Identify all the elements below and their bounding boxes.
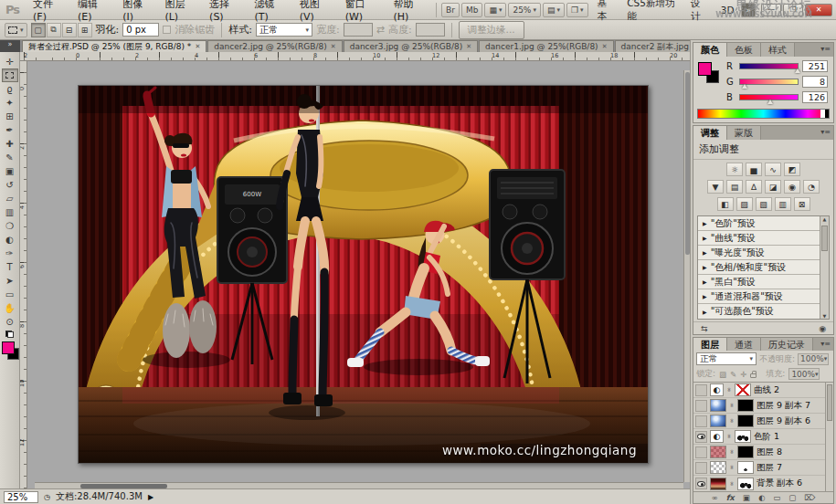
return-to-list-icon[interactable]: ⇆: [701, 324, 708, 333]
panel-menu-icon[interactable]: ▾≡: [820, 128, 831, 136]
channel-mixer-icon[interactable]: ◔: [803, 180, 820, 194]
visibility-toggle[interactable]: [695, 400, 707, 412]
brightness-contrast-icon[interactable]: ☼: [726, 163, 743, 176]
posterize-icon[interactable]: ▨: [736, 197, 753, 211]
workspace-3d[interactable]: 3D: [715, 4, 740, 16]
expand-icon[interactable]: ▶: [703, 309, 707, 315]
close-icon[interactable]: ✕: [466, 43, 471, 50]
default-swatches-icon[interactable]: [5, 331, 14, 338]
add-mask-icon[interactable]: ▣: [743, 493, 750, 502]
lock-transparency-icon[interactable]: ▨: [719, 370, 726, 379]
menu-window[interactable]: 窗口(W): [339, 0, 386, 24]
layer-row-background-copy6[interactable]: ∞ 背景 副本 6: [693, 476, 833, 491]
layer-row-curves2[interactable]: ◐ ∞ 曲线 2: [693, 383, 833, 398]
eyedropper-tool[interactable]: ✒: [2, 123, 18, 137]
link-layers-icon[interactable]: ∞: [712, 493, 718, 502]
close-icon[interactable]: ✕: [331, 43, 336, 50]
visibility-toggle[interactable]: [695, 384, 707, 396]
spot-healing-brush-tool[interactable]: ✚: [2, 137, 18, 151]
layer-row-layer9copy7[interactable]: ∞ 图层 9 副本 7: [693, 398, 833, 414]
curves-icon[interactable]: ∿: [765, 163, 781, 176]
adjustment-layer-icon[interactable]: ◐: [710, 430, 724, 443]
layer-thumbnail[interactable]: [710, 478, 726, 490]
close-icon[interactable]: ✕: [195, 43, 200, 50]
expand-icon[interactable]: ▶: [703, 235, 707, 241]
visibility-toggle[interactable]: [695, 478, 707, 489]
preset-curves[interactable]: ▶"曲线"预设: [698, 231, 820, 246]
workspace-essentials[interactable]: 基本: [592, 0, 620, 24]
pasteboard[interactable]: 600W: [27, 61, 690, 488]
levels-icon[interactable]: ▅: [746, 163, 762, 176]
intersect-selection-button[interactable]: ⊞: [78, 23, 92, 37]
tab-masks[interactable]: 蒙版: [727, 126, 761, 140]
expand-icon[interactable]: ▶: [703, 249, 707, 256]
quick-selection-tool[interactable]: ✦: [2, 96, 18, 110]
black-white-icon[interactable]: ◪: [765, 180, 781, 194]
visibility-toggle[interactable]: [695, 415, 707, 427]
new-group-icon[interactable]: ▭: [773, 493, 780, 502]
expand-icon[interactable]: ▶: [703, 220, 707, 226]
layer-style-icon[interactable]: fx: [726, 493, 735, 502]
blue-value-input[interactable]: 126: [802, 91, 828, 103]
invert-icon[interactable]: ◧: [717, 197, 734, 211]
visibility-toggle[interactable]: [695, 462, 707, 474]
menu-file[interactable]: 文件(F): [26, 0, 69, 24]
layer-mask-thumbnail[interactable]: [737, 446, 754, 458]
restore-button[interactable]: ❐: [783, 4, 803, 16]
tab-overflow-icon[interactable]: »: [0, 40, 20, 52]
photo-filter-icon[interactable]: ◉: [784, 180, 800, 194]
layer-mask-thumbnail[interactable]: [735, 383, 751, 396]
layer-row-layer7[interactable]: ∞ 图层 7: [693, 460, 833, 476]
threshold-icon[interactable]: ▧: [756, 197, 772, 211]
tool-preset-picker[interactable]: ▾: [5, 23, 27, 37]
layer-mask-thumbnail[interactable]: [737, 478, 754, 490]
feather-input[interactable]: 0 px: [122, 23, 159, 37]
lock-all-icon[interactable]: [750, 373, 757, 378]
blend-mode-select[interactable]: 正常 ▾: [696, 352, 757, 365]
layer-thumbnail[interactable]: [710, 415, 726, 427]
layer-mask-thumbnail[interactable]: [737, 415, 754, 427]
menu-view[interactable]: 视图(V): [293, 0, 337, 24]
tab-layers[interactable]: 图层: [693, 338, 727, 351]
visibility-toggle[interactable]: [695, 431, 707, 443]
preset-channel-mixer[interactable]: ▶"通道混和器"预设: [698, 289, 820, 304]
history-brush-tool[interactable]: ↺: [2, 178, 18, 192]
layer-row-levels1[interactable]: ◐ ∞ 色阶 1: [693, 429, 833, 445]
menu-filter[interactable]: 滤镜(T): [249, 0, 291, 24]
zoom-level-dropdown[interactable]: 25% ▾: [508, 3, 541, 17]
layers-scrollbar[interactable]: [825, 383, 833, 491]
antialias-checkbox[interactable]: [163, 26, 171, 34]
slider-marker[interactable]: [795, 68, 800, 73]
tab-history[interactable]: 历史记录: [761, 338, 813, 351]
layer-name[interactable]: 曲线 2: [754, 384, 779, 396]
preset-selective-color[interactable]: ▶"可选颜色"预设: [698, 304, 820, 319]
bridge-button[interactable]: Br: [441, 3, 460, 17]
preset-hue-saturation[interactable]: ▶"色相/饱和度"预设: [698, 260, 820, 275]
layer-thumbnail[interactable]: [710, 461, 726, 474]
doc-tab-active[interactable]: 舞者全过程.PSD @ 25% (图层 9, RGB/8) * ✕: [22, 40, 206, 52]
layer-mask-thumbnail[interactable]: [737, 399, 754, 412]
mini-bridge-button[interactable]: Mb: [461, 3, 482, 17]
refine-edge-button[interactable]: 调整边缘...: [459, 21, 524, 39]
lock-image-icon[interactable]: ✎: [730, 370, 736, 379]
subtract-selection-button[interactable]: ⊟: [62, 23, 77, 37]
doc-tab[interactable]: dancer2 副本.jpg @ 25%(RGB/8) ✕: [615, 40, 690, 52]
layer-row-layer8[interactable]: ∞ 图层 8: [693, 445, 833, 460]
tab-adjustments[interactable]: 调整: [693, 126, 727, 140]
scrollbar-thumb[interactable]: [827, 384, 832, 421]
panel-menu-icon[interactable]: ▾≡: [820, 340, 831, 348]
new-adjustment-icon[interactable]: ◐: [758, 493, 765, 502]
minimize-button[interactable]: —: [761, 4, 781, 16]
menu-help[interactable]: 帮助(H): [387, 0, 432, 24]
green-value-input[interactable]: 8: [802, 76, 828, 88]
style-select[interactable]: 正常 ▾: [256, 23, 312, 37]
layer-name[interactable]: 图层 7: [757, 462, 782, 474]
color-balance-icon[interactable]: ∆: [746, 180, 762, 194]
crop-tool[interactable]: ⊞: [2, 110, 18, 123]
gradient-tool[interactable]: ▥: [2, 205, 18, 219]
scrollbar-thumb[interactable]: [685, 72, 690, 255]
tab-styles[interactable]: 样式: [761, 43, 795, 57]
menu-select[interactable]: 选择(S): [203, 0, 246, 24]
gradient-map-icon[interactable]: ▥: [775, 197, 791, 211]
arrange-documents-button[interactable]: ▦ ▾: [484, 3, 506, 17]
